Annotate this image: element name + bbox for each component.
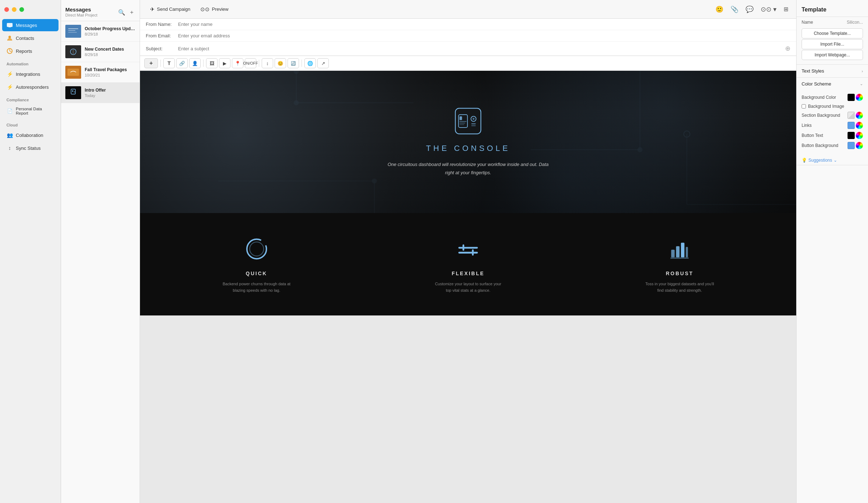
suggestions-button[interactable]: 💡 Suggestions ⌄	[797, 156, 842, 165]
message-info-1: October Progress Update 8/29/18	[85, 26, 135, 36]
message-item-2[interactable]: New Concert Dates 8/29/18	[61, 42, 140, 62]
messages-title-block: Messages Direct Mail Project	[65, 6, 97, 17]
feature-robust: ROBUST Toss in your biggest datasets and…	[644, 235, 715, 294]
choose-template-button[interactable]: Choose Template...	[802, 28, 863, 38]
svg-rect-3	[65, 25, 81, 38]
toggle-tool-button[interactable]: ON/OFF	[245, 58, 256, 68]
more-button[interactable]: ⊙⊙ ▾	[759, 4, 779, 15]
add-button[interactable]: ＋	[128, 8, 135, 17]
maximize-button[interactable]	[19, 7, 24, 12]
svg-rect-42	[471, 123, 476, 124]
links-rainbow[interactable]	[856, 122, 863, 129]
button-bg-swatch[interactable]	[848, 142, 855, 149]
message-date-3: 10/20/21	[85, 73, 135, 77]
globe-tool-button[interactable]: 🌐	[304, 58, 316, 68]
view-button[interactable]: ⊞	[781, 4, 790, 14]
robust-desc: Toss in your biggest datasets and you'll…	[644, 281, 715, 294]
sidebar-item-autoresponders-label: Autoresponders	[16, 84, 49, 90]
button-text-row: Button Text	[802, 132, 863, 139]
quick-icon	[221, 235, 293, 263]
bg-image-checkbox[interactable]	[802, 104, 806, 109]
sidebar-item-integrations[interactable]: ⚡ Integrations	[2, 68, 59, 80]
svg-rect-49	[472, 249, 474, 256]
map-tool-button[interactable]: 📍	[232, 58, 243, 68]
message-info-3: Fall Travel Packages 10/20/21	[85, 67, 135, 77]
button-text-swatches	[848, 132, 863, 139]
feature-flexible: FLEXIBLE Customize your layout to surfac…	[432, 235, 504, 294]
emoji-tool-button[interactable]: 😊	[275, 58, 286, 68]
color-scheme-chevron: ⌄	[860, 82, 863, 86]
send-campaign-button[interactable]: ✈ Send Campaign	[146, 4, 195, 15]
button-text-rainbow[interactable]	[856, 132, 863, 139]
add-field-icon[interactable]: ⊕	[785, 45, 790, 52]
bg-color-swatch[interactable]	[848, 94, 855, 101]
sidebar-item-contacts[interactable]: Contacts	[2, 32, 59, 44]
integrations-icon: ⚡	[6, 71, 13, 77]
text-tool-button[interactable]: T	[163, 58, 175, 68]
message-item-4[interactable]: Intro Offer Today	[61, 83, 140, 103]
from-email-input[interactable]	[178, 33, 790, 38]
message-info-2: New Concert Dates 8/29/18	[85, 47, 135, 57]
svg-rect-52	[681, 243, 685, 257]
video-tool-button[interactable]: ▶	[219, 58, 230, 68]
message-item-1[interactable]: October Progress Update 8/29/18	[61, 21, 140, 42]
sidebar-item-reports[interactable]: Reports	[2, 45, 59, 57]
bg-color-swatches	[848, 94, 863, 101]
svg-rect-51	[676, 246, 680, 257]
automation-section-header: Automation	[0, 57, 61, 68]
emoji-button[interactable]: 🙂	[713, 4, 725, 15]
links-row: Links	[802, 122, 863, 129]
spacing-tool-button[interactable]: ↕	[262, 58, 273, 68]
sidebar-item-sync-status[interactable]: ↕ Sync Status	[2, 142, 59, 154]
social-tool-button[interactable]: 🔄	[288, 58, 299, 68]
quick-desc: Backend power churns through data at bla…	[221, 281, 293, 294]
import-webpage-button[interactable]: Import Webpage...	[802, 50, 863, 60]
add-block-button[interactable]: +	[144, 58, 158, 68]
svg-rect-46	[458, 247, 478, 249]
sidebar-item-autoresponders[interactable]: ⚡ Autoresponders	[2, 81, 59, 93]
text-styles-header[interactable]: Text Styles ›	[797, 65, 868, 77]
close-button[interactable]	[4, 7, 9, 12]
links-swatch[interactable]	[848, 122, 855, 129]
button-bg-rainbow[interactable]	[856, 142, 863, 149]
message-date-1: 8/29/18	[85, 32, 135, 36]
import-file-button[interactable]: Import File...	[802, 39, 863, 49]
person-tool-button[interactable]: 👤	[189, 58, 201, 68]
section-bg-rainbow[interactable]	[856, 112, 863, 119]
attachment-button[interactable]: 📎	[728, 4, 741, 15]
color-scheme-section: Color Scheme ⌄ Background Color Backgrou…	[797, 78, 868, 165]
minimize-button[interactable]	[12, 7, 17, 12]
robust-icon	[644, 235, 715, 263]
button-text-label: Button Text	[802, 133, 823, 138]
sidebar-item-messages[interactable]: Messages	[2, 19, 59, 31]
from-email-field: From Email:	[140, 30, 796, 42]
link-tool-button[interactable]: 🔗	[176, 58, 188, 68]
bg-color-rainbow[interactable]	[856, 94, 863, 101]
search-button[interactable]: 🔍	[117, 8, 126, 17]
links-swatches	[848, 122, 863, 129]
titlebar	[0, 0, 61, 19]
template-name-row: Name Silicon...	[802, 20, 863, 28]
svg-point-1	[9, 36, 11, 38]
svg-point-31	[638, 147, 642, 152]
toolbar-sep-4	[302, 60, 302, 67]
image-tool-button[interactable]: 🖼	[206, 58, 218, 68]
from-name-input[interactable]	[178, 22, 790, 27]
message-item-3[interactable]: Fall Travel Packages 10/20/21	[61, 62, 140, 83]
button-text-swatch[interactable]	[848, 132, 855, 139]
template-name-value: Silicon...	[847, 20, 863, 25]
preview-button[interactable]: ⊙⊙ Preview	[196, 4, 233, 15]
sidebar: Messages Contacts Reports Automation ⚡ I…	[0, 0, 61, 503]
subject-input[interactable]	[178, 46, 785, 51]
section-bg-swatch[interactable]	[848, 112, 855, 119]
color-scheme-header[interactable]: Color Scheme ⌄	[797, 78, 868, 90]
external-tool-button[interactable]: ↗	[317, 58, 329, 68]
sidebar-item-personal-data-label: Personal Data Report	[16, 107, 54, 115]
chat-button[interactable]: 💬	[743, 4, 756, 15]
text-styles-label: Text Styles	[802, 68, 824, 74]
email-form: From Name: From Email: Subject: ⊕	[140, 19, 796, 56]
sidebar-item-personal-data[interactable]: 📄 Personal Data Report	[2, 104, 59, 118]
color-scheme-content: Background Color Background Image Sectio…	[797, 90, 868, 156]
sidebar-item-collaboration[interactable]: 👥 Collaboration	[2, 129, 59, 141]
svg-point-41	[472, 118, 474, 120]
